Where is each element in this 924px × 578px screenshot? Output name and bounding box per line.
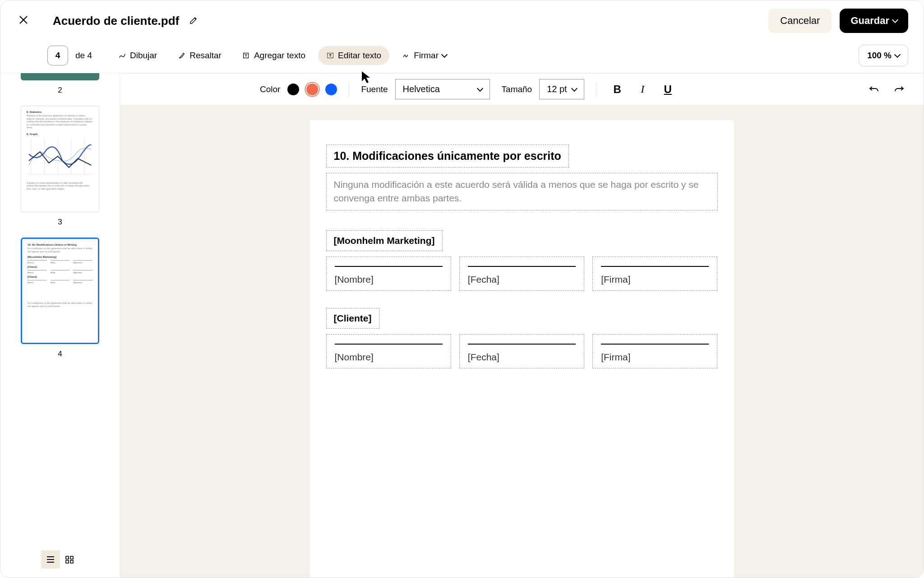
color-label: Color bbox=[260, 84, 280, 94]
signature-row: [Nombre] [Fecha] [Firma] bbox=[326, 334, 718, 368]
signature-row: [Nombre] [Fecha] [Firma] bbox=[326, 256, 718, 291]
draw-icon bbox=[118, 51, 126, 60]
chevron-down-icon bbox=[892, 17, 898, 23]
edit-text-icon bbox=[326, 51, 334, 60]
italic-button[interactable]: I bbox=[633, 80, 651, 98]
svg-rect-9 bbox=[70, 556, 73, 559]
pencil-icon bbox=[189, 16, 198, 25]
thumbnail-label-2: 2 bbox=[58, 86, 62, 95]
chevron-down-icon bbox=[894, 51, 901, 58]
chevron-down-icon bbox=[476, 85, 483, 91]
page-number-input[interactable]: 4 bbox=[47, 46, 68, 65]
font-label: Fuente bbox=[361, 84, 388, 94]
thumbnail-page-3[interactable]: 8. Statistics Statistics is the study an… bbox=[21, 106, 99, 212]
tool-add-text[interactable]: Agregar texto bbox=[234, 46, 314, 65]
divider bbox=[349, 82, 349, 97]
save-button-label: Guardar bbox=[850, 15, 889, 27]
tool-draw[interactable]: Dibujar bbox=[110, 46, 165, 65]
undo-button[interactable] bbox=[865, 81, 883, 98]
svg-rect-8 bbox=[66, 556, 69, 559]
view-switcher bbox=[41, 544, 79, 573]
undo-icon bbox=[869, 84, 879, 93]
grid-icon bbox=[65, 555, 74, 564]
tool-highlight[interactable]: Resaltar bbox=[170, 46, 230, 65]
editable-party1[interactable]: [Moonhelm Marketing] bbox=[326, 230, 443, 251]
size-label: Tamaño bbox=[502, 84, 532, 94]
thumbnail-page-4[interactable]: 10. No Modifications Unless in Writing N… bbox=[21, 238, 99, 344]
divider bbox=[596, 82, 596, 97]
toolbar: 4 de 4 Dibujar Resaltar Agregar texto Ed… bbox=[0, 41, 924, 73]
thumbnail-label-4: 4 bbox=[58, 350, 62, 359]
underline-button[interactable]: U bbox=[659, 80, 677, 98]
view-list-button[interactable] bbox=[41, 550, 60, 569]
thumbnail-label-3: 3 bbox=[58, 218, 62, 227]
tool-edit-text[interactable]: Editar texto bbox=[318, 46, 389, 65]
zoom-select[interactable]: 100 % bbox=[859, 45, 908, 66]
color-swatch-blue[interactable] bbox=[325, 84, 337, 95]
editable-party2[interactable]: [Cliente] bbox=[326, 308, 379, 329]
highlighter-icon bbox=[178, 51, 186, 60]
add-text-icon bbox=[242, 51, 250, 60]
editable-heading[interactable]: 10. Modificaciones únicamente por escrit… bbox=[326, 144, 569, 168]
list-icon bbox=[46, 555, 55, 564]
editable-sig-name[interactable]: [Nombre] bbox=[326, 256, 451, 291]
view-grid-button[interactable] bbox=[60, 550, 79, 569]
svg-rect-10 bbox=[66, 560, 69, 563]
mini-chart-icon bbox=[27, 138, 93, 179]
editable-sig-date[interactable]: [Fecha] bbox=[459, 256, 584, 291]
chevron-down-icon bbox=[441, 51, 448, 58]
editable-body[interactable]: Ninguna modificación a este acuerdo será… bbox=[326, 173, 718, 210]
bold-button[interactable]: B bbox=[608, 80, 626, 98]
redo-icon bbox=[894, 84, 905, 93]
file-title: Acuerdo de cliente.pdf bbox=[53, 14, 179, 28]
editable-sig-signature[interactable]: [Firma] bbox=[592, 334, 717, 368]
editable-sig-date[interactable]: [Fecha] bbox=[459, 334, 584, 368]
font-select[interactable]: Helvetica bbox=[395, 79, 490, 99]
thumbnail-sidebar: 2 8. Statistics Statistics is the study … bbox=[0, 73, 120, 578]
chevron-down-icon bbox=[571, 85, 578, 91]
editable-sig-signature[interactable]: [Firma] bbox=[592, 256, 717, 291]
page-total: de 4 bbox=[75, 51, 92, 61]
sign-icon bbox=[402, 51, 410, 60]
svg-rect-11 bbox=[70, 560, 73, 563]
edit-title-button[interactable] bbox=[187, 14, 200, 28]
editable-sig-name[interactable]: [Nombre] bbox=[326, 334, 451, 368]
close-icon bbox=[18, 15, 28, 25]
close-button[interactable] bbox=[16, 12, 31, 29]
color-swatch-orange[interactable] bbox=[306, 84, 318, 95]
save-button[interactable]: Guardar bbox=[840, 9, 908, 33]
thumbnail-page-2-partial[interactable] bbox=[21, 73, 99, 80]
cancel-button[interactable]: Cancelar bbox=[768, 9, 832, 33]
page-content: 10. Modificaciones únicamente por escrit… bbox=[310, 120, 734, 578]
color-swatch-black[interactable] bbox=[287, 84, 299, 95]
format-bar: Color Fuente Helvetica Tamaño 12 pt B I bbox=[120, 73, 924, 105]
header: Acuerdo de cliente.pdf Cancelar Guardar bbox=[0, 0, 924, 41]
redo-button[interactable] bbox=[890, 81, 908, 98]
document-canvas[interactable]: 10. Modificaciones únicamente por escrit… bbox=[120, 105, 924, 578]
tool-sign[interactable]: Firmar bbox=[394, 46, 455, 65]
size-select[interactable]: 12 pt bbox=[539, 79, 584, 99]
